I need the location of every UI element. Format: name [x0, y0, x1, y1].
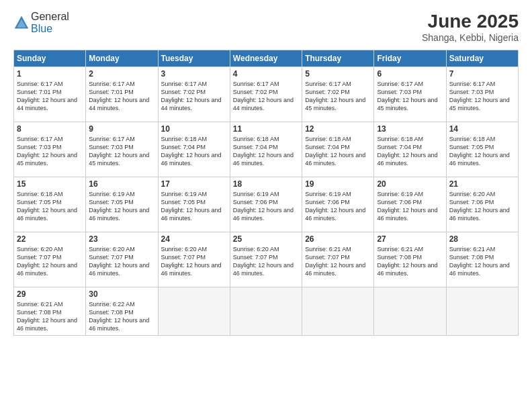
calendar-cell: 19 Sunrise: 6:19 AM Sunset: 7:06 PM Dayl…	[302, 177, 374, 232]
calendar-cell: 16 Sunrise: 6:19 AM Sunset: 7:05 PM Dayl…	[86, 177, 158, 232]
day-info: Sunrise: 6:20 AM Sunset: 7:07 PM Dayligh…	[89, 245, 154, 278]
day-number: 3	[161, 69, 227, 79]
calendar-cell: 4 Sunrise: 6:17 AM Sunset: 7:02 PM Dayli…	[230, 67, 302, 122]
day-number: 17	[161, 179, 227, 189]
calendar-cell: 27 Sunrise: 6:21 AM Sunset: 7:08 PM Dayl…	[374, 232, 446, 287]
day-number: 23	[89, 234, 154, 244]
day-info: Sunrise: 6:20 AM Sunset: 7:06 PM Dayligh…	[449, 190, 515, 223]
calendar-cell: 1 Sunrise: 6:17 AM Sunset: 7:01 PM Dayli…	[14, 67, 86, 122]
location: Shanga, Kebbi, Nigeria	[422, 32, 519, 43]
day-info: Sunrise: 6:18 AM Sunset: 7:04 PM Dayligh…	[233, 135, 299, 168]
day-number: 8	[17, 124, 83, 134]
calendar-cell: 3 Sunrise: 6:17 AM Sunset: 7:02 PM Dayli…	[158, 67, 230, 122]
day-info: Sunrise: 6:17 AM Sunset: 7:02 PM Dayligh…	[233, 80, 299, 113]
day-info: Sunrise: 6:17 AM Sunset: 7:02 PM Dayligh…	[161, 80, 227, 113]
logo: General Blue	[13, 11, 69, 35]
day-info: Sunrise: 6:18 AM Sunset: 7:04 PM Dayligh…	[161, 135, 227, 168]
calendar-cell: 21 Sunrise: 6:20 AM Sunset: 7:06 PM Dayl…	[446, 177, 518, 232]
day-info: Sunrise: 6:20 AM Sunset: 7:07 PM Dayligh…	[233, 245, 299, 278]
calendar-cell: 10 Sunrise: 6:18 AM Sunset: 7:04 PM Dayl…	[158, 122, 230, 177]
day-number: 28	[449, 234, 515, 244]
day-number: 26	[305, 234, 371, 244]
title-block: June 2025 Shanga, Kebbi, Nigeria	[422, 11, 519, 43]
calendar: SundayMondayTuesdayWednesdayThursdayFrid…	[13, 50, 519, 336]
day-number: 19	[305, 179, 371, 189]
day-info: Sunrise: 6:18 AM Sunset: 7:04 PM Dayligh…	[305, 135, 371, 168]
calendar-cell: 2 Sunrise: 6:17 AM Sunset: 7:01 PM Dayli…	[86, 67, 158, 122]
day-info: Sunrise: 6:17 AM Sunset: 7:03 PM Dayligh…	[89, 135, 154, 168]
day-number: 2	[89, 69, 154, 79]
day-info: Sunrise: 6:18 AM Sunset: 7:05 PM Dayligh…	[17, 190, 83, 223]
day-info: Sunrise: 6:19 AM Sunset: 7:05 PM Dayligh…	[161, 190, 227, 223]
day-info: Sunrise: 6:18 AM Sunset: 7:04 PM Dayligh…	[377, 135, 443, 168]
day-info: Sunrise: 6:17 AM Sunset: 7:03 PM Dayligh…	[449, 80, 515, 113]
calendar-cell: 15 Sunrise: 6:18 AM Sunset: 7:05 PM Dayl…	[14, 177, 86, 232]
day-number: 15	[17, 179, 83, 189]
day-number: 11	[233, 124, 299, 134]
day-number: 12	[305, 124, 371, 134]
day-number: 25	[233, 234, 299, 244]
day-info: Sunrise: 6:17 AM Sunset: 7:01 PM Dayligh…	[17, 80, 83, 113]
calendar-cell: 6 Sunrise: 6:17 AM Sunset: 7:03 PM Dayli…	[374, 67, 446, 122]
weekday-header-saturday: Saturday	[446, 50, 518, 67]
calendar-cell: 13 Sunrise: 6:18 AM Sunset: 7:04 PM Dayl…	[374, 122, 446, 177]
day-info: Sunrise: 6:21 AM Sunset: 7:08 PM Dayligh…	[17, 300, 83, 333]
day-number: 13	[377, 124, 443, 134]
day-number: 10	[161, 124, 227, 134]
day-number: 5	[305, 69, 371, 79]
page: General Blue June 2025 Shanga, Kebbi, Ni…	[0, 0, 532, 411]
weekday-header-tuesday: Tuesday	[158, 50, 230, 67]
day-info: Sunrise: 6:20 AM Sunset: 7:07 PM Dayligh…	[161, 245, 227, 278]
calendar-cell: 17 Sunrise: 6:19 AM Sunset: 7:05 PM Dayl…	[158, 177, 230, 232]
weekday-header-thursday: Thursday	[302, 50, 374, 67]
calendar-cell: 9 Sunrise: 6:17 AM Sunset: 7:03 PM Dayli…	[86, 122, 158, 177]
day-number: 27	[377, 234, 443, 244]
calendar-cell: 26 Sunrise: 6:21 AM Sunset: 7:07 PM Dayl…	[302, 232, 374, 287]
day-info: Sunrise: 6:20 AM Sunset: 7:07 PM Dayligh…	[17, 245, 83, 278]
calendar-cell	[302, 287, 374, 336]
day-number: 18	[233, 179, 299, 189]
month-title: June 2025	[422, 11, 519, 32]
weekday-header-friday: Friday	[374, 50, 446, 67]
day-number: 9	[89, 124, 154, 134]
calendar-cell: 5 Sunrise: 6:17 AM Sunset: 7:02 PM Dayli…	[302, 67, 374, 122]
header: General Blue June 2025 Shanga, Kebbi, Ni…	[13, 11, 519, 43]
calendar-cell: 8 Sunrise: 6:17 AM Sunset: 7:03 PM Dayli…	[14, 122, 86, 177]
calendar-cell: 20 Sunrise: 6:19 AM Sunset: 7:06 PM Dayl…	[374, 177, 446, 232]
day-info: Sunrise: 6:19 AM Sunset: 7:05 PM Dayligh…	[89, 190, 154, 223]
day-info: Sunrise: 6:19 AM Sunset: 7:06 PM Dayligh…	[233, 190, 299, 223]
day-info: Sunrise: 6:21 AM Sunset: 7:08 PM Dayligh…	[377, 245, 443, 278]
calendar-cell: 22 Sunrise: 6:20 AM Sunset: 7:07 PM Dayl…	[14, 232, 86, 287]
calendar-cell: 14 Sunrise: 6:18 AM Sunset: 7:05 PM Dayl…	[446, 122, 518, 177]
calendar-cell: 7 Sunrise: 6:17 AM Sunset: 7:03 PM Dayli…	[446, 67, 518, 122]
day-info: Sunrise: 6:17 AM Sunset: 7:03 PM Dayligh…	[377, 80, 443, 113]
day-number: 22	[17, 234, 83, 244]
day-info: Sunrise: 6:21 AM Sunset: 7:08 PM Dayligh…	[449, 245, 515, 278]
calendar-cell: 28 Sunrise: 6:21 AM Sunset: 7:08 PM Dayl…	[446, 232, 518, 287]
calendar-cell	[446, 287, 518, 336]
weekday-header-monday: Monday	[86, 50, 158, 67]
calendar-cell: 12 Sunrise: 6:18 AM Sunset: 7:04 PM Dayl…	[302, 122, 374, 177]
day-info: Sunrise: 6:19 AM Sunset: 7:06 PM Dayligh…	[305, 190, 371, 223]
logo-icon	[13, 15, 30, 31]
calendar-cell: 29 Sunrise: 6:21 AM Sunset: 7:08 PM Dayl…	[14, 287, 86, 336]
day-number: 20	[377, 179, 443, 189]
day-number: 24	[161, 234, 227, 244]
day-number: 16	[89, 179, 154, 189]
calendar-cell	[158, 287, 230, 336]
weekday-header-wednesday: Wednesday	[230, 50, 302, 67]
logo-text: General Blue	[31, 11, 69, 35]
day-number: 14	[449, 124, 515, 134]
day-number: 30	[89, 289, 154, 299]
day-number: 7	[449, 69, 515, 79]
calendar-cell: 25 Sunrise: 6:20 AM Sunset: 7:07 PM Dayl…	[230, 232, 302, 287]
day-info: Sunrise: 6:22 AM Sunset: 7:08 PM Dayligh…	[89, 300, 154, 333]
calendar-cell	[230, 287, 302, 336]
calendar-cell: 23 Sunrise: 6:20 AM Sunset: 7:07 PM Dayl…	[86, 232, 158, 287]
day-info: Sunrise: 6:17 AM Sunset: 7:01 PM Dayligh…	[89, 80, 154, 113]
day-number: 1	[17, 69, 83, 79]
day-info: Sunrise: 6:19 AM Sunset: 7:06 PM Dayligh…	[377, 190, 443, 223]
day-number: 21	[449, 179, 515, 189]
day-info: Sunrise: 6:21 AM Sunset: 7:07 PM Dayligh…	[305, 245, 371, 278]
day-info: Sunrise: 6:17 AM Sunset: 7:02 PM Dayligh…	[305, 80, 371, 113]
